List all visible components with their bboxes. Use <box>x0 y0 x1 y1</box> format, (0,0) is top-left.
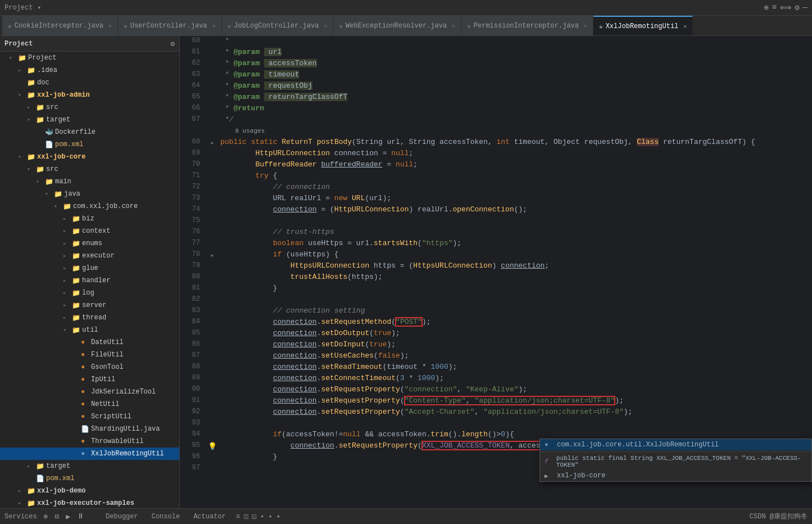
close-tab-webex[interactable]: ✕ <box>452 22 455 29</box>
tab-perm[interactable]: ☕ PermissionInterceptor.java ✕ <box>461 16 593 36</box>
code-line-90: 90 connection.setRequestProperty("connec… <box>180 385 812 396</box>
label-xxljobutil: XxlJobRemotingUtil <box>91 450 164 458</box>
code-line-73: 73 URL realUrl = new URL(url); <box>180 193 812 205</box>
close-tab-cookie[interactable]: ✕ <box>108 22 112 29</box>
ac-class-icon: ● <box>545 441 554 448</box>
tree-item-pom-admin[interactable]: 📄 pom.xml <box>0 138 179 151</box>
tree-item-main[interactable]: ▾ 📁 main <box>0 175 179 188</box>
list-icon[interactable]: ≡ <box>772 3 777 12</box>
tree-item-fileutil[interactable]: ● FileUtil <box>0 349 179 361</box>
tree-item-shardingutil[interactable]: 📄 ShardingUtil.java <box>0 423 179 435</box>
tab-label-joblog: JobLogController.java <box>234 22 319 30</box>
close-tab-joblog[interactable]: ✕ <box>324 22 327 29</box>
remove-service-icon[interactable]: ⊟ <box>55 512 59 521</box>
tab-console[interactable]: Console <box>148 511 183 523</box>
autocomplete-item-module[interactable]: ▶ xxl-job-core <box>540 470 811 481</box>
folder-icon-log: 📁 <box>72 289 82 297</box>
tree-item-xxl-admin[interactable]: ▾ 📁 xxl-job-admin <box>0 89 179 101</box>
tab-actuator[interactable]: Actuator <box>190 511 229 523</box>
close-tab-user[interactable]: ✕ <box>212 22 216 29</box>
tree-item-server[interactable]: ▸ 📁 server <box>0 299 179 311</box>
icon-iputil: ● <box>81 376 91 383</box>
tree-item-project[interactable]: ▾ 📁 Project <box>0 52 179 64</box>
folder-icon-main: 📁 <box>45 178 55 186</box>
run-service-icon[interactable]: ▶ <box>66 512 70 521</box>
tree-item-biz[interactable]: ▸ 📁 biz <box>0 213 179 225</box>
tab-icon-perm: ☕ <box>467 22 471 29</box>
tree-item-xxl-executor[interactable]: ▸ 📁 xxl-job-executor-samples <box>0 497 179 508</box>
tree-item-dockerfile[interactable]: 🐳 Dockerfile <box>0 126 179 138</box>
tab-icon-cookie: ☕ <box>8 22 12 29</box>
arrow-xxl-demo: ▸ <box>18 487 27 494</box>
tree-item-xxl-core[interactable]: ▾ 📁 xxl-job-core <box>0 151 179 163</box>
add-service-icon[interactable]: ⊕ <box>44 512 48 521</box>
folder-icon-xxl-executor: 📁 <box>27 499 37 508</box>
tree-item-target-core[interactable]: ▸ 📁 target <box>0 460 179 472</box>
tree-item-util[interactable]: ▾ 📁 util <box>0 324 179 336</box>
label-shardingutil: ShardingUtil.java <box>91 425 160 433</box>
tree-item-netutil[interactable]: ● NetUtil <box>0 398 179 410</box>
folder-icon-xxl-admin: 📁 <box>27 91 37 100</box>
label-project: Project <box>28 54 56 62</box>
tree-item-gsontool[interactable]: ● GsonTool <box>0 361 179 373</box>
tree-item-enums[interactable]: ▸ 📁 enums <box>0 237 179 250</box>
ac-separator <box>540 451 811 452</box>
icon-jdkserialize: ● <box>81 388 91 396</box>
tree-item-glue[interactable]: ▸ 📁 glue <box>0 262 179 274</box>
tab-cookie[interactable]: ☕ CookieInterceptor.java ✕ <box>2 16 118 36</box>
tree-item-dateutil[interactable]: ● DateUtil <box>0 336 179 349</box>
tree-item-iputil[interactable]: ● IpUtil <box>0 373 179 386</box>
code-line-63: 63 * @param timeout <box>180 70 812 81</box>
code-line-93: 93 <box>180 418 812 430</box>
tree-item-src-admin[interactable]: ▸ 📁 src <box>0 101 179 114</box>
autocomplete-popup: ● com.xxl.job.core.util.XxlJobRemotingUt… <box>539 439 812 482</box>
folder-icon-idea: 📁 <box>27 66 37 75</box>
tab-label-perm: PermissionInterceptor.java <box>474 22 579 30</box>
tree-item-xxljobutil[interactable]: ● XxlJobRemotingUtil <box>0 448 179 460</box>
autocomplete-item-class[interactable]: ● com.xxl.job.core.util.XxlJobRemotingUt… <box>540 439 811 450</box>
tab-user[interactable]: ☕ UserController.java ✕ <box>118 16 221 36</box>
tree-item-executor[interactable]: ▸ 📁 executor <box>0 250 179 262</box>
code-line-usage: 8 usages <box>180 126 812 137</box>
tree-item-src-core[interactable]: ▾ 📁 src <box>0 163 179 175</box>
sidebar-gear-icon[interactable]: ⚙ <box>170 39 175 48</box>
minimize-icon[interactable]: — <box>803 3 808 12</box>
tab-joblog[interactable]: ☕ JobLogController.java ✕ <box>222 16 334 36</box>
tab-webex[interactable]: ☕ WebExceptionResolver.java ✕ <box>333 16 461 36</box>
tree-item-target-admin[interactable]: ▾ 📁 target <box>0 114 179 126</box>
expand-icon[interactable]: ⟺ <box>780 3 791 12</box>
tab-xxl[interactable]: ☕ XxlJobRemotingUtil ✕ <box>593 16 693 36</box>
tab-label-xxl: XxlJobRemotingUtil <box>606 22 679 30</box>
tree-item-com-xxl[interactable]: ▾ 📁 com.xxl.job.core <box>0 200 179 213</box>
tab-label-cookie: CookieInterceptor.java <box>15 22 103 30</box>
tree-item-jdkserialize[interactable]: ● JdkSerializeTool <box>0 386 179 398</box>
tree-item-pom-core[interactable]: 📄 pom.xml <box>0 472 179 485</box>
settings-icon[interactable]: ⚙ <box>795 3 799 12</box>
dropdown-arrow[interactable]: ▾ <box>37 4 41 11</box>
label-xxl-core: xxl-job-core <box>37 153 85 161</box>
label-src-admin: src <box>46 103 58 111</box>
folder-icon-doc: 📁 <box>27 79 37 87</box>
tab-debugger[interactable]: Debugger <box>102 511 142 523</box>
tree-item-idea[interactable]: ▸ 📁 .idea <box>0 64 179 76</box>
ac-module-icon: ▶ <box>545 472 554 480</box>
tree-item-doc[interactable]: 📁 doc <box>0 76 179 89</box>
tree-item-context[interactable]: ▸ 📁 context <box>0 225 179 237</box>
add-icon[interactable]: ⊕ <box>764 3 768 12</box>
close-tab-xxl[interactable]: ✕ <box>683 23 687 30</box>
tree-item-throwableutil[interactable]: ● ThrowableUtil <box>0 435 179 448</box>
icon-shardingutil: 📄 <box>81 425 91 433</box>
code-content[interactable]: 60 * 61 * @param url 62 <box>180 36 812 508</box>
toolbar-icons: ⊕ ≡ ⟺ ⚙ — <box>764 3 808 12</box>
tree-item-scriptutil[interactable]: ● ScriptUtil <box>0 410 179 423</box>
arrow-util: ▾ <box>63 327 72 333</box>
tree-item-handler[interactable]: ▸ 📁 handler <box>0 274 179 287</box>
label-xxl-admin: xxl-job-admin <box>37 91 90 99</box>
tree-item-xxl-demo[interactable]: ▸ 📁 xxl-job-demo <box>0 485 179 497</box>
tree-item-log[interactable]: ▸ 📁 log <box>0 287 179 299</box>
tree-item-java[interactable]: ▾ 📁 java <box>0 188 179 200</box>
pause-service-icon[interactable]: ⏸ <box>77 512 84 521</box>
close-tab-perm[interactable]: ✕ <box>584 22 587 29</box>
autocomplete-item-field[interactable]: f public static final String XXL_JOB_ACC… <box>540 453 811 470</box>
tree-item-thread[interactable]: ▸ 📁 thread <box>0 311 179 324</box>
